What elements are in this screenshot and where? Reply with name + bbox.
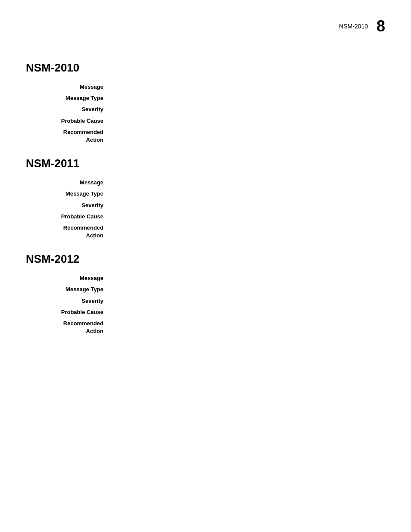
value-severity-2010 (112, 106, 385, 113)
label-message-2012: Message (26, 274, 112, 282)
value-message-type-2012 (112, 286, 385, 293)
field-recommended-action-2011: Recommended Action (26, 224, 385, 240)
value-recommended-action-2011 (112, 224, 385, 240)
field-probable-cause-2010: Probable Cause (26, 117, 385, 125)
label-probable-cause-2011: Probable Cause (26, 213, 112, 221)
page-number: 8 (377, 17, 385, 35)
section-nsm-2012: NSM-2012 Message Message Type Severity P… (26, 252, 385, 335)
section-nsm-2010: NSM-2010 Message Message Type Severity P… (26, 61, 385, 144)
label-message-type-2011: Message Type (26, 190, 112, 198)
label-message-type-2012: Message Type (26, 286, 112, 293)
value-recommended-action-2012 (112, 320, 385, 335)
label-recommended-action-2010: Recommended Action (26, 128, 112, 144)
field-message-type-2012: Message Type (26, 286, 385, 293)
header-title: NSM-2010 (339, 23, 368, 30)
value-message-2010 (112, 83, 385, 91)
section-title-nsm-2010: NSM-2010 (26, 61, 385, 75)
label-recommended-action-2012: Recommended Action (26, 320, 112, 335)
field-message-2012: Message (26, 274, 385, 282)
section-title-nsm-2012: NSM-2012 (26, 252, 385, 266)
label-probable-cause-2010: Probable Cause (26, 117, 112, 125)
page-header: NSM-2010 8 (0, 0, 411, 44)
section-title-nsm-2011: NSM-2011 (26, 157, 385, 170)
value-probable-cause-2011 (112, 213, 385, 221)
label-severity-2011: Severity (26, 202, 112, 209)
label-recommended-action-2011: Recommended Action (26, 224, 112, 240)
value-probable-cause-2010 (112, 117, 385, 125)
field-message-2011: Message (26, 179, 385, 187)
value-severity-2012 (112, 297, 385, 305)
field-message-type-2011: Message Type (26, 190, 385, 198)
value-message-2011 (112, 179, 385, 187)
field-message-type-2010: Message Type (26, 94, 385, 102)
label-probable-cause-2012: Probable Cause (26, 308, 112, 316)
label-message-2011: Message (26, 179, 112, 187)
section-nsm-2011: NSM-2011 Message Message Type Severity P… (26, 157, 385, 240)
page-content: NSM-2010 Message Message Type Severity P… (0, 44, 411, 374)
label-message-2010: Message (26, 83, 112, 91)
field-severity-2011: Severity (26, 202, 385, 209)
label-message-type-2010: Message Type (26, 94, 112, 102)
value-message-2012 (112, 274, 385, 282)
value-severity-2011 (112, 202, 385, 209)
field-recommended-action-2012: Recommended Action (26, 320, 385, 335)
field-probable-cause-2011: Probable Cause (26, 213, 385, 221)
value-message-type-2010 (112, 94, 385, 102)
field-severity-2010: Severity (26, 106, 385, 113)
value-probable-cause-2012 (112, 308, 385, 316)
field-recommended-action-2010: Recommended Action (26, 128, 385, 144)
value-message-type-2011 (112, 190, 385, 198)
value-recommended-action-2010 (112, 128, 385, 144)
field-message-2010: Message (26, 83, 385, 91)
label-severity-2010: Severity (26, 106, 112, 113)
field-severity-2012: Severity (26, 297, 385, 305)
label-severity-2012: Severity (26, 297, 112, 305)
field-probable-cause-2012: Probable Cause (26, 308, 385, 316)
